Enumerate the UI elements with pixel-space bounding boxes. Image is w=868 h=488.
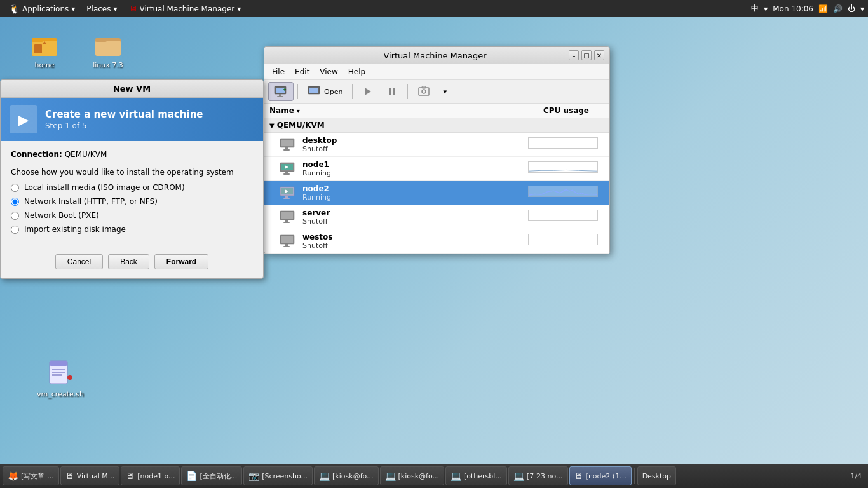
vm-row-server[interactable]: server Shutoff: [264, 205, 609, 229]
vmm-title: Virtual Machine Manager: [301, 51, 569, 60]
svg-rect-2: [32, 38, 43, 42]
places-menu[interactable]: Places ▾: [81, 3, 122, 15]
svg-rect-43: [285, 220, 288, 222]
taskbar-item-723[interactable]: 💻 [7-23 no...: [508, 466, 568, 485]
menu-view[interactable]: View: [315, 65, 342, 78]
new-vm-dialog: New VM ▶ Create a new virtual machine St…: [0, 79, 264, 279]
new-vm-header: ▶ Create a new virtual machine Step 1 of…: [1, 98, 263, 141]
taskbar-item-kiosk1[interactable]: 💻 [kiosk@fo...: [314, 466, 378, 485]
run-icon: [362, 86, 374, 97]
language-indicator: 中: [751, 3, 759, 14]
vm-row-node1[interactable]: node1 Running: [264, 157, 609, 181]
toolbar-open[interactable]: Open: [302, 82, 348, 101]
pause-icon: [386, 86, 398, 97]
menu-file[interactable]: File: [267, 65, 290, 78]
forward-button[interactable]: Forward: [154, 254, 208, 269]
minimize-button[interactable]: –: [569, 50, 579, 60]
taskbar-item-firefox[interactable]: 🦊 [写文章-...: [3, 466, 59, 485]
install-option-import[interactable]: Import existing disk image: [11, 225, 253, 234]
vmm-toolbar: + Open: [264, 80, 609, 104]
svg-point-26: [422, 90, 426, 93]
svg-rect-16: [279, 94, 281, 96]
taskbar-page: 1/4: [846, 472, 865, 480]
vmm-menubar: File Edit View Help: [264, 64, 609, 80]
vm-row-desktop[interactable]: desktop Shutoff: [264, 133, 609, 157]
taskbar-item-kiosk2[interactable]: 💻 [kiosk@fo...: [380, 466, 444, 485]
vmcreate-label: vm_create.sh: [37, 390, 84, 398]
cpu-bar-node2: [528, 186, 598, 197]
new-vm-step: Step 1 of 5: [45, 121, 203, 130]
new-vm-title: New VM: [1, 80, 263, 98]
westos-vm-icon: [280, 234, 297, 248]
new-vm-body: Connection: QEMU/KVM Choose how you woul…: [1, 141, 263, 248]
toolbar-sep1: [297, 84, 298, 99]
toolbar-dropdown[interactable]: ▾: [437, 85, 452, 99]
toolbar-new-vm[interactable]: +: [268, 82, 294, 101]
node2-vm-icon: [280, 186, 297, 200]
top-bar-right: 中 ▾ Mon 10:06 📶 🔊 ⏻ ▾: [751, 3, 864, 14]
group-name: QEMU/KVM: [277, 121, 325, 130]
svg-rect-48: [283, 246, 290, 247]
vmm-group-qemukvm[interactable]: ▼ QEMU/KVM: [264, 118, 609, 133]
svg-rect-24: [419, 88, 429, 95]
svg-marker-21: [365, 88, 371, 95]
folder-linux-icon: [93, 29, 123, 60]
node1-cpu-graph: [529, 162, 597, 172]
desktop-icon-vmcreate[interactable]: vm_create.sh: [35, 356, 86, 401]
svg-rect-28: [281, 140, 293, 146]
cpu-bar-node1: [528, 161, 598, 173]
install-option-local[interactable]: Local install media (ISO image or CDROM): [11, 183, 253, 192]
svg-rect-35: [283, 173, 290, 175]
node1-vm-icon: [280, 162, 297, 176]
home-label: home: [34, 61, 54, 69]
vm-row-node2[interactable]: node2 Running: [264, 181, 609, 205]
top-bar-left: 🐧 Applications ▾ Places ▾ 🖥 Virtual Mach…: [4, 3, 246, 15]
linux73-label: linux 7.3: [93, 61, 123, 69]
svg-rect-7: [95, 38, 107, 42]
svg-rect-39: [285, 196, 288, 198]
vm-row-westos[interactable]: westos Shutoff: [264, 229, 609, 254]
new-vm-title-text: Create a new virtual machine: [45, 109, 203, 120]
desktop-icon-home[interactable]: home: [19, 27, 70, 72]
node2-cpu-graph: [529, 186, 597, 196]
svg-rect-9: [50, 361, 67, 366]
svg-rect-17: [277, 96, 283, 97]
vmm-window: Virtual Machine Manager – □ ✕ File Edit …: [264, 46, 610, 254]
svg-rect-20: [309, 88, 318, 93]
svg-rect-6: [95, 41, 121, 56]
col-cpu-header: CPU usage: [528, 106, 604, 115]
taskbar-item-node2-active[interactable]: 🖥 [node2 (1...: [569, 466, 632, 485]
applications-menu[interactable]: 🐧 Applications ▾: [4, 3, 80, 15]
taskbar-item-vmm[interactable]: 🖥 Virtual M...: [60, 466, 119, 485]
taskbar-item-node1[interactable]: 🖥 [node1 o...: [121, 466, 180, 485]
menu-edit[interactable]: Edit: [290, 65, 315, 78]
connection-info: Connection: QEMU/KVM: [11, 150, 253, 159]
svg-rect-10: [67, 375, 72, 380]
svg-rect-23: [393, 88, 395, 95]
toolbar-run[interactable]: [356, 83, 379, 100]
vmm-menu[interactable]: 🖥 Virtual Machine Manager ▾: [124, 3, 247, 15]
close-button[interactable]: ✕: [594, 50, 604, 60]
back-button[interactable]: Back: [108, 254, 149, 269]
choose-os-label: Choose how you would like to install the…: [11, 168, 253, 177]
cpu-bar-westos: [528, 234, 598, 245]
install-option-pxe[interactable]: Network Boot (PXE): [11, 211, 253, 220]
desktop-vm-icon: [280, 138, 297, 152]
toolbar-screenshot[interactable]: [412, 83, 436, 100]
taskbar-item-auto[interactable]: 📄 [全自动化...: [181, 466, 242, 485]
toolbar-sep2: [352, 84, 353, 99]
svg-rect-47: [285, 244, 288, 246]
install-option-network[interactable]: Network Install (HTTP, FTP, or NFS): [11, 197, 253, 206]
clock: Mon 10:06: [773, 4, 813, 13]
toolbar-pause[interactable]: [381, 83, 403, 100]
cancel-button[interactable]: Cancel: [55, 254, 103, 269]
maximize-button[interactable]: □: [581, 50, 592, 60]
col-name-header[interactable]: Name ▾: [269, 106, 528, 115]
menu-help[interactable]: Help: [343, 65, 370, 78]
taskbar-desktop-btn[interactable]: Desktop: [637, 466, 676, 485]
svg-rect-34: [285, 172, 288, 173]
script-icon: [47, 360, 74, 388]
desktop-icon-linux73[interactable]: linux 7.3: [83, 27, 133, 72]
taskbar-item-others[interactable]: 💻 [othersbl...: [445, 466, 507, 485]
taskbar-item-screenshot[interactable]: 📷 [Screensho...: [243, 466, 313, 485]
